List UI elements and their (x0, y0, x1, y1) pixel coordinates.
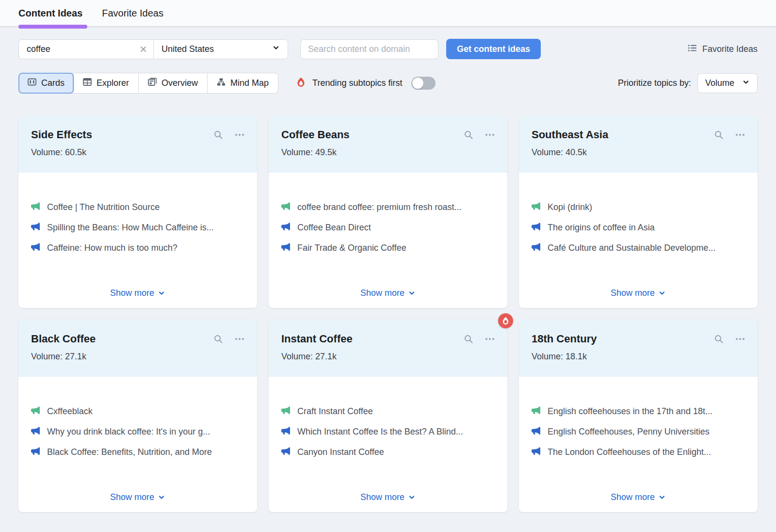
topic-cards-grid: Side Effects Volume: 60.5k Coff (18, 115, 758, 512)
keyword-input[interactable] (27, 44, 139, 54)
card-more-icon[interactable] (485, 334, 495, 344)
headline-text: Why you drink black coffee: It's in your… (47, 427, 210, 437)
topic-card-instant-coffee: Instant Coffee Volume: 27.1k Cr (269, 320, 507, 512)
card-search-icon[interactable] (714, 130, 724, 140)
headline-text: Which Instant Coffee Is the Best? A Blin… (297, 427, 463, 437)
clear-keyword-icon[interactable] (139, 45, 147, 53)
card-header: Instant Coffee Volume: 27.1k (269, 320, 507, 377)
card-more-icon[interactable] (735, 130, 745, 140)
view-switcher: Cards Explorer Overview Mind Map (18, 73, 278, 94)
headline-item[interactable]: Which Instant Coffee Is the Best? A Blin… (281, 426, 495, 437)
show-more-link[interactable]: Show more (360, 288, 416, 298)
card-body: coffee brand coffee: premium fresh roast… (269, 173, 507, 308)
card-title: Side Effects (31, 129, 213, 141)
trending-subtopics-label: Trending subtopics first (312, 78, 402, 88)
view-explorer-label: Explorer (97, 78, 129, 88)
show-more-label: Show more (611, 492, 655, 502)
view-cards-label: Cards (41, 78, 65, 88)
domain-search-input[interactable] (300, 39, 438, 59)
headline-item[interactable]: Why you drink black coffee: It's in your… (31, 426, 244, 437)
view-mindmap-button[interactable]: Mind Map (208, 73, 278, 93)
show-more-link[interactable]: Show more (611, 492, 666, 502)
card-title: 18th Century (532, 333, 714, 345)
headline-item[interactable]: Spilling the Beans: How Much Caffeine is… (31, 222, 244, 233)
card-body: Craft Instant Coffee Which Instant Coffe… (269, 377, 507, 512)
headline-item[interactable]: English Coffeehouses, Penny Universities (532, 426, 745, 437)
megaphone-blue-icon (532, 242, 540, 254)
headline-item[interactable]: Canyon Instant Coffee (281, 447, 495, 458)
headline-text: Café Culture and Sustainable Developme..… (548, 243, 715, 253)
view-overview-button[interactable]: Overview (139, 73, 208, 93)
search-toolbar: United States Get content ideas Favorite… (18, 39, 758, 59)
trending-badge-flame-icon (498, 313, 513, 328)
megaphone-blue-icon (281, 447, 290, 458)
card-search-icon[interactable] (714, 334, 724, 344)
megaphone-blue-icon (532, 447, 540, 458)
view-overview-label: Overview (162, 78, 198, 88)
headline-text: Craft Instant Coffee (297, 406, 373, 417)
headline-item[interactable]: Craft Instant Coffee (281, 406, 495, 417)
show-more-label: Show more (360, 288, 404, 298)
megaphone-blue-icon (281, 426, 290, 437)
country-select[interactable]: United States (154, 40, 288, 59)
headline-item[interactable]: coffee brand coffee: premium fresh roast… (281, 202, 495, 213)
show-more-link[interactable]: Show more (110, 288, 165, 298)
prioritize-control: Prioritize topics by: Volume (618, 73, 758, 93)
show-more-link[interactable]: Show more (110, 492, 165, 502)
trending-toggle[interactable] (411, 77, 436, 90)
card-more-icon[interactable] (235, 334, 244, 344)
card-title: Black Coffee (31, 333, 213, 345)
card-more-icon[interactable] (485, 130, 495, 140)
headline-item[interactable]: Fair Trade & Organic Coffee (281, 242, 495, 254)
headline-item[interactable]: Kopi (drink) (532, 202, 745, 213)
card-title: Instant Coffee (281, 333, 464, 345)
megaphone-green-icon (532, 406, 540, 417)
headline-text: Caffeine: How much is too much? (47, 243, 178, 253)
megaphone-green-icon (532, 202, 540, 213)
favorite-ideas-link-label: Favorite Ideas (702, 44, 758, 54)
tab-content-ideas-label: Content Ideas (18, 8, 82, 19)
show-more-link[interactable]: Show more (360, 492, 416, 502)
topic-card-southeast-asia: Southeast Asia Volume: 40.5k Ko (519, 115, 758, 308)
view-controls: Cards Explorer Overview Mind Map (18, 73, 758, 94)
megaphone-blue-icon (281, 242, 290, 254)
headline-text: Coffee | The Nutrition Source (47, 202, 160, 212)
headline-item[interactable]: Coffee Bean Direct (281, 222, 495, 233)
keyword-input-wrap (19, 40, 154, 59)
tab-favorite-ideas-label: Favorite Ideas (102, 8, 163, 19)
megaphone-green-icon (281, 406, 290, 417)
card-more-icon[interactable] (235, 130, 244, 140)
favorite-ideas-link[interactable]: Favorite Ideas (688, 44, 758, 55)
headline-item[interactable]: Café Culture and Sustainable Developme..… (532, 242, 745, 254)
view-cards-button[interactable]: Cards (18, 73, 74, 94)
headline-text: Black Coffee: Benefits, Nutrition, and M… (47, 447, 212, 457)
top-tab-bar: Content Ideas Favorite Ideas (0, 0, 776, 27)
headline-item[interactable]: Caffeine: How much is too much? (31, 242, 244, 254)
tab-content-ideas[interactable]: Content Ideas (18, 0, 82, 26)
card-more-icon[interactable] (735, 334, 745, 344)
headline-item[interactable]: Cxffeeblack (31, 406, 244, 417)
headline-item[interactable]: English coffeehouses in the 17th and 18t… (532, 406, 745, 417)
prioritize-select[interactable]: Volume (697, 73, 758, 93)
tab-favorite-ideas[interactable]: Favorite Ideas (102, 0, 163, 26)
card-header: 18th Century Volume: 18.1k (519, 320, 758, 377)
topic-card-18th-century: 18th Century Volume: 18.1k Engl (519, 320, 758, 512)
card-search-icon[interactable] (464, 130, 473, 140)
card-search-icon[interactable] (213, 334, 223, 344)
show-more-link[interactable]: Show more (611, 288, 666, 298)
card-search-icon[interactable] (464, 334, 473, 344)
headline-text: Fair Trade & Organic Coffee (297, 243, 406, 253)
show-more-label: Show more (611, 288, 655, 298)
headline-item[interactable]: The London Coffeehouses of the Enlight..… (532, 447, 745, 458)
card-volume: Volume: 18.1k (532, 352, 745, 362)
get-content-ideas-button[interactable]: Get content ideas (446, 39, 541, 59)
card-volume: Volume: 27.1k (31, 352, 244, 362)
prioritize-label: Prioritize topics by: (618, 78, 691, 88)
megaphone-blue-icon (31, 222, 40, 233)
headline-item[interactable]: Coffee | The Nutrition Source (31, 202, 244, 213)
view-explorer-button[interactable]: Explorer (74, 73, 139, 93)
headline-item[interactable]: Black Coffee: Benefits, Nutrition, and M… (31, 447, 244, 458)
card-search-icon[interactable] (213, 130, 223, 140)
chevron-down-icon (742, 78, 750, 89)
headline-item[interactable]: The origins of coffee in Asia (532, 222, 745, 233)
